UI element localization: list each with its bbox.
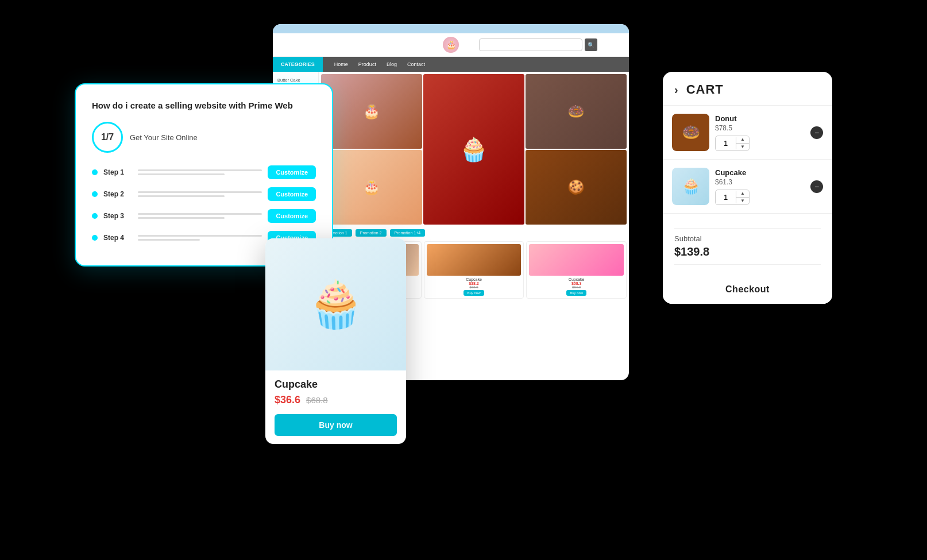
bakery-search-area: 🔍 xyxy=(479,38,597,51)
step-lines-1 xyxy=(138,169,262,175)
cart-item-donut-qty-down[interactable]: ▼ xyxy=(736,144,749,150)
cart-item-cupcake-qty-down[interactable]: ▼ xyxy=(736,198,749,204)
cart-divider-2 xyxy=(674,264,821,265)
browser-topbar xyxy=(273,24,629,33)
step-3-customize-button[interactable]: Customize xyxy=(268,209,316,223)
popup-body: Cupcake $36.6 $68.8 Buy now xyxy=(265,370,406,444)
product-image-grid: 🎂 🧁 🍩 🎂 🍪 xyxy=(319,72,629,227)
nav-blog[interactable]: Blog xyxy=(387,61,397,67)
mini-card-2-buy-button[interactable]: Buy now xyxy=(464,290,484,296)
cart-item-cupcake-info: Cupcake $61.3 1 ▲ ▼ xyxy=(715,168,805,205)
cart-item-donut-price: $78.5 xyxy=(715,124,805,132)
step-row-2: Step 2 Customize xyxy=(92,187,316,201)
bakery-header: 🎂 🔍 xyxy=(273,33,629,57)
nav-links: Home Product Blog Contact xyxy=(323,61,437,67)
popup-sale-price: $36.6 xyxy=(275,394,300,406)
cart-item-cupcake-name: Cupcake xyxy=(715,168,805,177)
popup-buy-button[interactable]: Buy now xyxy=(275,414,397,436)
step-label-2: Step 2 xyxy=(103,190,132,198)
search-box[interactable] xyxy=(479,38,582,51)
mini-card-2-orig-price: $78.9 xyxy=(427,285,522,289)
cart-item-donut-quantity: 1 ▲ ▼ xyxy=(715,136,750,151)
step-lines-2 xyxy=(138,191,262,197)
mini-card-3-name: Cupcake xyxy=(529,277,624,281)
product-image-4: 🎂 xyxy=(321,150,422,225)
step-1-customize-button[interactable]: Customize xyxy=(268,165,316,179)
step-label-3: Step 3 xyxy=(103,212,132,220)
step-dot-4 xyxy=(92,235,98,241)
mini-card-3-buy-button[interactable]: Buy now xyxy=(566,290,586,296)
step-dot-2 xyxy=(92,191,98,197)
setup-progress: 1/7 Get Your Site Online xyxy=(92,122,316,153)
promo-button-3[interactable]: Promotion 1+4 xyxy=(390,229,426,237)
mini-card-2-sale-price: $38.2 xyxy=(427,281,522,285)
mini-card-3: Cupcake $68.3 $64.3 Buy now xyxy=(526,241,627,299)
cart-item-cupcake-qty-up[interactable]: ▲ xyxy=(736,190,749,198)
cart-panel: › CART 🍩 Donut $78.5 1 ▲ ▼ − 🧁 Cupcake $… xyxy=(663,72,832,304)
cart-item-cupcake: 🧁 Cupcake $61.3 1 ▲ ▼ − xyxy=(663,160,832,214)
nav-categories-label[interactable]: CATEGORIES xyxy=(273,57,323,72)
progress-label: Get Your Site Online xyxy=(130,133,198,142)
step-dot-1 xyxy=(92,169,98,175)
step-label-1: Step 1 xyxy=(103,168,132,176)
cart-subtotal-section: Subtotal $139.8 xyxy=(663,214,832,275)
cart-item-donut-qty-number: 1 xyxy=(716,137,736,149)
cart-item-cupcake-image: 🧁 xyxy=(672,168,709,205)
mini-card-2: Cupcake $38.2 $78.9 Buy now xyxy=(424,241,524,299)
popup-prices: $36.6 $68.8 xyxy=(275,394,397,406)
cart-item-donut-qty-up[interactable]: ▲ xyxy=(736,136,749,144)
search-button[interactable]: 🔍 xyxy=(585,38,597,51)
setup-question: How do i create a selling website with P… xyxy=(92,101,316,110)
cart-item-donut-name: Donut xyxy=(715,114,805,123)
product-image-2: 🧁 xyxy=(423,74,524,225)
mini-card-2-image xyxy=(427,244,522,276)
cart-item-donut-remove-button[interactable]: − xyxy=(810,126,823,139)
mini-card-2-name: Cupcake xyxy=(427,277,522,281)
subtotal-amount: $139.8 xyxy=(674,245,821,258)
step-dot-3 xyxy=(92,213,98,219)
cart-item-donut-info: Donut $78.5 1 ▲ ▼ xyxy=(715,114,805,151)
step-lines-3 xyxy=(138,213,262,219)
product-detail-popup: 🧁 Cupcake $36.6 $68.8 Buy now xyxy=(265,238,406,444)
nav-product[interactable]: Product xyxy=(358,61,376,67)
progress-circle: 1/7 xyxy=(92,122,123,153)
product-image-3: 🍩 xyxy=(526,74,627,149)
cart-item-cupcake-price: $61.3 xyxy=(715,178,805,186)
cart-chevron-icon[interactable]: › xyxy=(674,83,678,96)
cart-item-donut: 🍩 Donut $78.5 1 ▲ ▼ − xyxy=(663,106,832,160)
product-image-1: 🎂 xyxy=(321,74,422,149)
checkout-button[interactable]: Checkout xyxy=(663,275,832,304)
subtotal-label: Subtotal xyxy=(674,234,821,243)
promo-button-2[interactable]: Promotion 2 xyxy=(356,229,387,237)
bakery-logo: 🎂 xyxy=(443,37,459,53)
step-row-3: Step 3 Customize xyxy=(92,209,316,223)
mini-card-3-orig-price: $64.3 xyxy=(529,285,624,289)
cart-header: › CART xyxy=(663,72,832,106)
nav-home[interactable]: Home xyxy=(334,61,348,67)
cart-item-cupcake-remove-button[interactable]: − xyxy=(810,180,823,193)
nav-contact[interactable]: Contact xyxy=(407,61,425,67)
cart-item-donut-image: 🍩 xyxy=(672,114,709,151)
cart-item-cupcake-qty-number: 1 xyxy=(716,191,736,203)
cart-item-donut-qty-arrows: ▲ ▼ xyxy=(736,136,749,150)
popup-product-name: Cupcake xyxy=(275,379,397,391)
step-label-4: Step 4 xyxy=(103,234,132,242)
step-2-customize-button[interactable]: Customize xyxy=(268,187,316,201)
popup-product-image: 🧁 xyxy=(265,238,406,370)
product-image-5: 🍪 xyxy=(526,150,627,225)
cart-item-cupcake-quantity: 1 ▲ ▼ xyxy=(715,190,750,205)
step-row-1: Step 1 Customize xyxy=(92,165,316,179)
bakery-navbar: CATEGORIES Home Product Blog Contact xyxy=(273,57,629,72)
cart-title: CART xyxy=(686,82,724,97)
mini-card-3-sale-price: $68.3 xyxy=(529,281,624,285)
step-lines-4 xyxy=(138,235,262,241)
promo-bar: Promotion 1 Promotion 2 Promotion 1+4 xyxy=(319,227,629,239)
mini-card-3-image xyxy=(529,244,624,276)
popup-original-price: $68.8 xyxy=(306,395,328,405)
cart-divider-1 xyxy=(674,228,821,229)
cart-item-cupcake-qty-arrows: ▲ ▼ xyxy=(736,190,749,204)
